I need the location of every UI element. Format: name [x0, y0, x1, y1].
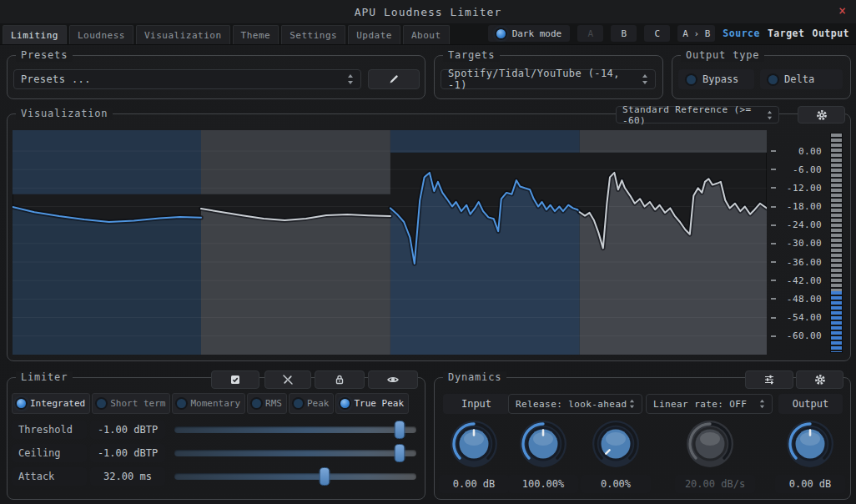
threshold-value[interactable]: -1.00 dBTP	[90, 421, 165, 439]
tab-visualization[interactable]: Visualization	[136, 25, 230, 44]
loudness-chart	[13, 130, 767, 355]
mode-radio-icon	[252, 399, 261, 408]
plugin-window: APU Loudness Limiter × Limiting Loudness…	[0, 0, 856, 504]
signal-target-toggle[interactable]: Target	[768, 28, 805, 39]
presets-panel: Presets Presets ...	[7, 55, 425, 99]
axis-tick	[771, 317, 776, 319]
limiter-link-button[interactable]	[264, 370, 311, 389]
mode-radio-icon	[17, 399, 26, 408]
release-knob[interactable]	[519, 420, 567, 468]
dark-mode-toggle[interactable]: Dark mode	[488, 25, 571, 42]
tab-loudness[interactable]: Loudness	[69, 25, 133, 44]
linear-mix-value[interactable]: 0.00%	[581, 475, 651, 493]
tab-settings[interactable]: Settings	[281, 25, 345, 44]
mode-label: Short term	[110, 398, 165, 409]
close-icon[interactable]: ×	[838, 4, 846, 18]
axis-label: -18.00	[781, 201, 822, 212]
output-gain-value[interactable]: 0.00 dB	[775, 475, 845, 493]
axis-label: -24.00	[781, 219, 822, 230]
linear-rate-dropdown-value: Linear rate: OFF	[653, 399, 747, 410]
mode-rms[interactable]: RMS	[247, 393, 287, 414]
attack-value[interactable]: 32.00 ms	[90, 467, 165, 486]
knob-graphic	[592, 420, 640, 468]
input-gain-knob[interactable]	[450, 420, 498, 468]
mode-radio-icon	[177, 399, 186, 408]
compare-c-button[interactable]: C	[644, 25, 670, 42]
attack-label: Attack	[12, 467, 87, 486]
knob-graphic	[786, 420, 834, 468]
axis-tick	[771, 150, 776, 152]
delta-toggle[interactable]: Delta	[760, 69, 843, 89]
axis-row: -30.00	[771, 237, 822, 250]
presets-dropdown[interactable]: Presets ...	[13, 69, 361, 89]
limiter-lock-button[interactable]	[315, 370, 365, 389]
slider-track	[174, 473, 416, 480]
select-arrows-icon	[759, 399, 765, 409]
limiter-visibility-button[interactable]	[368, 370, 418, 389]
linear-rate-dropdown[interactable]: Linear rate: OFF	[646, 394, 773, 414]
axis-label: -30.00	[781, 238, 822, 249]
mode-radio-icon	[294, 399, 303, 408]
ceiling-value[interactable]: -1.00 dBTP	[90, 444, 165, 462]
mode-radio-icon	[340, 399, 350, 408]
axis-tick	[771, 261, 776, 263]
linear-mix-knob[interactable]	[592, 420, 640, 468]
output-gain-knob[interactable]	[786, 420, 834, 468]
signal-source-toggle[interactable]: Source	[723, 28, 760, 39]
linear-rate-knob[interactable]	[686, 420, 734, 468]
tab-update[interactable]: Update	[348, 25, 400, 44]
mode-label: RMS	[265, 398, 282, 409]
signal-output-toggle[interactable]: Output	[812, 28, 849, 39]
compare-a-button[interactable]: A	[577, 25, 603, 42]
slider-track	[174, 450, 416, 456]
threshold-slider[interactable]	[174, 421, 416, 439]
release-dropdown[interactable]: Release: look-ahead	[508, 394, 642, 414]
axis-tick	[771, 187, 776, 189]
dynamics-settings-button[interactable]	[796, 370, 843, 389]
axis-label: -12.00	[781, 183, 822, 194]
dynamics-mixer-button[interactable]	[745, 370, 793, 389]
reference-dropdown-value: Standard Reference (>= -60)	[622, 104, 767, 126]
knob-graphic	[686, 420, 734, 468]
axis-label: 0.00	[781, 146, 822, 157]
tab-about[interactable]: About	[403, 25, 450, 44]
window-title: APU Loudness Limiter	[0, 6, 856, 18]
slider-thumb[interactable]	[394, 421, 405, 439]
axis-row: 0.00	[771, 144, 822, 158]
bypass-label: Bypass	[702, 73, 738, 85]
axis-row: -60.00	[771, 330, 822, 343]
preset-edit-button[interactable]	[368, 69, 420, 89]
output-gain-button[interactable]: Output	[778, 394, 843, 414]
loudness-meter	[830, 133, 843, 353]
attack-slider[interactable]	[174, 467, 416, 486]
targets-dropdown[interactable]: Spotify/Tidal/YouTube (-14, -1)	[441, 69, 656, 89]
mode-label: Momentary	[190, 398, 240, 409]
limiter-enable-button[interactable]	[211, 370, 259, 389]
tab-theme[interactable]: Theme	[233, 25, 279, 44]
mode-label: Peak	[307, 398, 330, 409]
release-value[interactable]: 100.00%	[508, 475, 578, 493]
lock-icon	[333, 373, 346, 386]
mode-true-peak[interactable]: True Peak	[335, 393, 409, 414]
mode-momentary[interactable]: Momentary	[172, 393, 245, 414]
mode-integrated[interactable]: Integrated	[12, 393, 90, 414]
limiter-panel: Limiter Integrated Short term Momentary …	[7, 377, 425, 500]
slider-thumb[interactable]	[319, 467, 330, 486]
gear-icon	[815, 108, 828, 122]
slider-thumb[interactable]	[394, 444, 405, 462]
mode-short-term[interactable]: Short term	[92, 393, 170, 414]
mode-peak[interactable]: Peak	[289, 393, 335, 414]
input-gain-value[interactable]: 0.00 dB	[439, 475, 509, 493]
linear-rate-value[interactable]: 20.00 dB/s	[675, 475, 755, 493]
compare-b-button[interactable]: B	[611, 25, 637, 42]
bypass-toggle[interactable]: Bypass	[678, 69, 754, 89]
visualization-settings-button[interactable]	[798, 106, 845, 123]
input-gain-button[interactable]: Input	[443, 394, 510, 414]
dynamics-panel: Dynamics Input Release: look-ahead Linea…	[434, 377, 851, 500]
ceiling-slider[interactable]	[174, 444, 416, 462]
select-arrows-icon	[642, 73, 648, 85]
tab-limiting[interactable]: Limiting	[3, 25, 67, 44]
reference-dropdown[interactable]: Standard Reference (>= -60)	[616, 106, 779, 123]
compare-ab-button[interactable]: A › B	[677, 25, 715, 42]
targets-panel: Targets Spotify/Tidal/YouTube (-14, -1)	[434, 55, 663, 99]
